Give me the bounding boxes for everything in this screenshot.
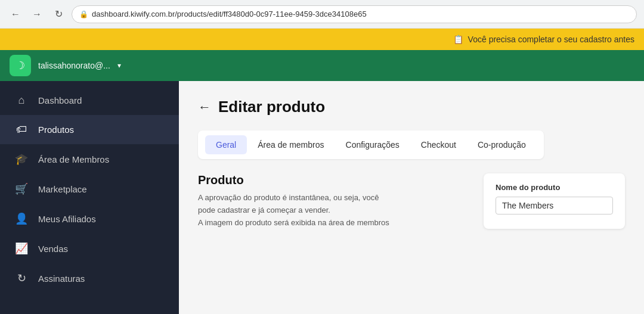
sidebar-label-vendas: Vendas [38,244,68,254]
sidebar-label-produtos: Produtos [38,125,74,135]
product-section-title: Produto [198,173,469,187]
user-name: talissahonorato@... [38,61,110,70]
sidebar-item-vendas[interactable]: 📈 Vendas [0,234,179,263]
tab-co-producao[interactable]: Co-produção [467,135,537,154]
reload-button[interactable]: ↻ [50,6,67,23]
refresh-icon: ↻ [14,272,29,285]
main-layout: ⌂ Dashboard 🏷 Produtos 🎓 Área de Membros… [0,81,644,314]
forward-button[interactable]: → [29,6,45,23]
chevron-down-icon[interactable]: ▾ [117,61,121,70]
sidebar-item-produtos[interactable]: 🏷 Produtos [0,115,179,144]
lock-icon: 🔒 [79,10,88,18]
browser-chrome: ← → ↻ 🔒 dashboard.kiwify.com.br/products… [0,0,644,29]
logo-char: ☽ [16,59,25,72]
sidebar-label-meus-afiliados: Meus Afiliados [38,214,96,224]
graduation-icon: 🎓 [14,153,29,166]
sidebar-item-meus-afiliados[interactable]: 👤 Meus Afiliados [0,204,179,234]
home-icon: ⌂ [14,94,29,107]
sidebar-item-area-membros[interactable]: 🎓 Área de Membros [0,144,179,174]
page-title-row: ← Editar produto [198,98,625,116]
notification-banner: 📋 Você precisa completar o seu cadastro … [0,29,644,50]
back-button[interactable]: ← [7,6,24,23]
url-text: dashboard.kiwify.com.br/products/edit/ff… [92,10,367,18]
sidebar-item-marketplace[interactable]: 🛒 Marketplace [0,174,179,204]
tab-checkout[interactable]: Checkout [410,135,467,154]
page-title: Editar produto [218,98,325,116]
tabs-bar: Geral Área de membros Configurações Chec… [198,130,544,159]
sidebar-item-dashboard[interactable]: ⌂ Dashboard [0,86,179,115]
sidebar-label-area-membros: Área de Membros [38,154,109,164]
app-header: ☽ talissahonorato@... ▾ [0,50,644,81]
tab-area-membros[interactable]: Área de membros [247,135,335,154]
sidebar: ⌂ Dashboard 🏷 Produtos 🎓 Área de Membros… [0,81,179,314]
sidebar-label-assinaturas: Assinaturas [38,273,85,284]
address-bar[interactable]: 🔒 dashboard.kiwify.com.br/products/edit/… [72,5,637,23]
user-icon: 👤 [14,212,29,225]
back-arrow-button[interactable]: ← [198,100,211,115]
tab-geral[interactable]: Geral [205,135,247,154]
product-name-card: Nome do produto [484,173,625,229]
tag-icon: 🏷 [14,123,29,136]
sidebar-label-dashboard: Dashboard [38,95,82,105]
content-area: ← Editar produto Geral Área de membros C… [179,81,644,314]
product-section: Produto A aprovação do produto é instant… [198,173,625,229]
notification-text: Você precisa completar o seu cadastro an… [468,35,634,44]
logo-icon: ☽ [10,55,31,76]
product-description: Produto A aprovação do produto é instant… [198,173,469,229]
sidebar-label-marketplace: Marketplace [38,184,87,194]
cart-icon: 🛒 [14,182,29,195]
notification-icon: 📋 [453,35,463,44]
product-section-text: A aprovação do produto é instantânea, ou… [198,192,469,229]
chart-icon: 📈 [14,242,29,255]
product-name-input[interactable] [496,197,613,214]
product-name-label: Nome do produto [496,183,613,192]
tab-configuracoes[interactable]: Configurações [335,135,410,154]
sidebar-item-assinaturas[interactable]: ↻ Assinaturas [0,263,179,293]
